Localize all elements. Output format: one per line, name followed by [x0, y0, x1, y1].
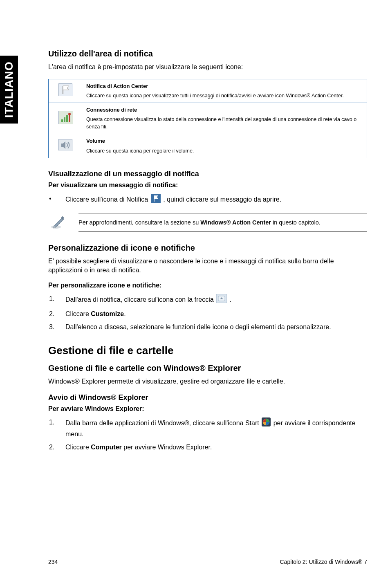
network-icon-cell — [49, 103, 82, 134]
row-title: Connessione di rete — [86, 106, 363, 114]
note-bold: Windows® Action Center — [200, 219, 271, 226]
step-text-post: per avviare Windows Explorer. — [122, 444, 212, 451]
note-pre: Per approfondimenti, consultare la sezio… — [78, 219, 200, 226]
subheading-start-explorer: Per avviare Windows Explorer: — [48, 405, 367, 413]
bullet-text-post: , quindi cliccare sul messaggio da aprir… — [163, 196, 281, 203]
svg-rect-3 — [64, 117, 65, 122]
action-center-icon-cell — [49, 79, 82, 103]
flag-icon — [58, 83, 72, 96]
list-item: Dall'elenco a discesa, selezionare le fu… — [48, 322, 367, 332]
up-arrow-icon — [216, 294, 227, 306]
pencil-icon — [50, 213, 66, 231]
heading-explorer: Gestione di file e cartelle con Windows®… — [48, 364, 367, 373]
step-text: Cliccare — [65, 444, 91, 451]
steps-customize: Dall'area di notifica, cliccare sul'icon… — [48, 294, 367, 332]
bullet-text-pre: Cliccare sull'icona di Notifica — [65, 196, 150, 203]
step-bold: Computer — [91, 444, 122, 451]
chapter-label: Capitolo 2: Utilizzo di Windows® 7 — [280, 559, 367, 565]
table-row: Notifica di Action Center Cliccare su qu… — [49, 79, 367, 103]
list-item: Dalla barra delle applicazioni di Window… — [48, 417, 367, 439]
notification-icons-table: Notifica di Action Center Cliccare su qu… — [48, 79, 367, 159]
volume-icon-cell — [49, 134, 82, 158]
step-text-post: . — [124, 310, 126, 317]
intro-explorer: Windows® Explorer permette di visualizza… — [48, 377, 367, 386]
note-text: Per approfondimenti, consultare la sezio… — [78, 213, 367, 232]
page-footer: 234 Capitolo 2: Utilizzo di Windows® 7 — [48, 559, 367, 565]
svg-rect-4 — [66, 115, 68, 122]
table-row: Volume Cliccare su questa icona per rego… — [49, 134, 367, 158]
heading-notification-area: Utilizzo dell'area di notifica — [48, 49, 367, 58]
flag-icon — [151, 194, 161, 206]
list-item: Dall'area di notifica, cliccare sul'icon… — [48, 294, 367, 306]
list-item: Cliccare Customize. — [48, 309, 367, 319]
step-text: Cliccare — [65, 310, 91, 317]
language-tab: ITALIANO — [0, 56, 18, 123]
svg-point-6 — [68, 113, 71, 115]
row-desc: Cliccare su questa icona per regolare il… — [86, 148, 194, 154]
bullet-list: Cliccare sull'icona di Notifica , quindi… — [48, 194, 367, 206]
row-desc: Questa connessione visualizza lo stato d… — [86, 117, 356, 130]
page-content: Utilizzo dell'area di notifica L'area di… — [48, 49, 367, 460]
heading-start-explorer: Avvio di Windows® Explorer — [48, 393, 367, 402]
heading-view-notification: Visualizzazione di un messaggio di notif… — [48, 170, 367, 178]
row-title: Notifica di Action Center — [86, 83, 363, 90]
step-text: Dall'elenco a discesa, selezionare le fu… — [65, 323, 331, 330]
list-item: Cliccare Computer per avviare Windows Ex… — [48, 442, 367, 452]
step-bold: Customize — [91, 310, 124, 317]
intro-notification-area: L'area di notifica è pre-impostata per v… — [48, 63, 367, 72]
step-text: Dall'area di notifica, cliccare sul'icon… — [65, 296, 215, 303]
step-text: Dalla barra delle applicazioni di Window… — [65, 420, 261, 426]
note-box: Per approfondimenti, consultare la sezio… — [48, 213, 367, 232]
svg-rect-2 — [61, 119, 63, 122]
subheading-customize: Per personalizzare icone e notifiche: — [48, 282, 367, 289]
network-icon — [58, 111, 72, 124]
svg-rect-1 — [59, 111, 73, 124]
steps-explorer: Dalla barra delle applicazioni di Window… — [48, 417, 367, 452]
network-desc-cell: Connessione di rete Questa connessione v… — [82, 103, 367, 134]
row-desc: Cliccare su questa icona per visualizzar… — [86, 93, 344, 99]
page-number: 234 — [48, 559, 58, 565]
action-center-desc-cell: Notifica di Action Center Cliccare su qu… — [82, 79, 367, 103]
table-row: Connessione di rete Questa connessione v… — [49, 103, 367, 134]
svg-rect-7 — [59, 139, 73, 151]
row-title: Volume — [86, 137, 363, 145]
heading-file-management: Gestione di file e cartelle — [48, 344, 367, 357]
subheading-view-notification: Per visualizzare un messaggio di notific… — [48, 182, 367, 189]
heading-customize-icons: Personalizzazione di icone e notifiche — [48, 243, 367, 253]
step-text-post: . — [230, 296, 231, 303]
speaker-icon — [58, 139, 72, 150]
note-post: in questo capitolo. — [271, 219, 321, 226]
intro-customize: E' possibile scegliere di visualizzare o… — [48, 257, 367, 274]
volume-desc-cell: Volume Cliccare su questa icona per rego… — [82, 134, 367, 158]
start-orb-icon — [262, 417, 271, 429]
list-item: Cliccare sull'icona di Notifica , quindi… — [48, 194, 367, 206]
